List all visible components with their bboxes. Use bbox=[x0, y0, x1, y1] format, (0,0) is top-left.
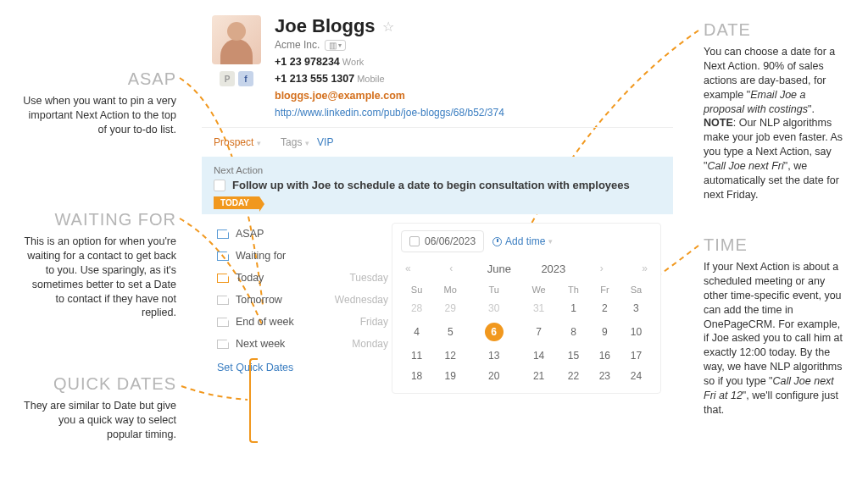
quick-date-day: Wednesday bbox=[335, 294, 388, 306]
next-action-text[interactable]: Follow up with Joe to schedule a date to… bbox=[232, 179, 630, 191]
quick-date-label: ASAP bbox=[236, 228, 264, 240]
cal-day[interactable]: 22 bbox=[558, 366, 589, 386]
cal-day[interactable]: 17 bbox=[620, 346, 652, 366]
cal-day[interactable]: 6 bbox=[468, 318, 520, 346]
next-action-checkbox[interactable] bbox=[214, 180, 225, 191]
flag-icon bbox=[217, 318, 229, 327]
date-anno-body: You can choose a date for a Next Action.… bbox=[704, 45, 846, 202]
tag-vip[interactable]: VIP bbox=[317, 136, 333, 148]
facebook-icon[interactable]: f bbox=[238, 71, 253, 86]
quick-anno-title: QUICK DATES bbox=[20, 374, 176, 394]
cal-day[interactable]: 7 bbox=[520, 318, 558, 346]
quick-date-label: Today bbox=[236, 272, 264, 284]
quick-date-asap[interactable]: ASAP bbox=[214, 223, 392, 245]
cal-day[interactable]: 19 bbox=[432, 366, 468, 386]
nav-prev-month[interactable]: ‹ bbox=[445, 261, 457, 276]
cal-day[interactable]: 13 bbox=[468, 346, 520, 366]
cal-day[interactable]: 31 bbox=[520, 298, 558, 318]
cal-day[interactable]: 3 bbox=[620, 298, 652, 318]
clock-icon bbox=[492, 237, 502, 246]
phone-work[interactable]: +1 23 978234 bbox=[275, 56, 340, 68]
cal-day[interactable]: 15 bbox=[558, 346, 589, 366]
cal-day[interactable]: 14 bbox=[520, 346, 558, 366]
flag-icon bbox=[217, 296, 229, 305]
quick-date-waiting-for[interactable]: Waiting for bbox=[214, 245, 392, 267]
cal-day[interactable]: 21 bbox=[520, 366, 558, 386]
cal-day[interactable]: 9 bbox=[589, 318, 620, 346]
phone-mobile-label: Mobile bbox=[357, 74, 384, 84]
cal-day[interactable]: 18 bbox=[401, 366, 432, 386]
contact-card: P f Joe Bloggs ☆ Acme Inc. ▥ ▾ +1 23 978… bbox=[202, 15, 673, 406]
star-icon[interactable]: ☆ bbox=[382, 19, 394, 35]
time-anno-title: TIME bbox=[704, 235, 846, 255]
flag-icon bbox=[217, 229, 229, 239]
cal-dow-row: SuMoTuWeThFrSa bbox=[401, 281, 652, 298]
cal-day[interactable]: 30 bbox=[468, 298, 520, 318]
waiting-anno-title: WAITING FOR bbox=[20, 210, 176, 229]
cal-month[interactable]: June bbox=[487, 263, 511, 275]
email-link[interactable]: bloggs.joe@example.com bbox=[275, 90, 673, 102]
next-action-heading: Next Action bbox=[214, 165, 661, 175]
linkedin-link[interactable]: http://www.linkedin.com/pub/joe-bloggs/6… bbox=[275, 107, 673, 119]
quick-date-next-week[interactable]: Next weekMonday bbox=[214, 333, 392, 355]
flag-icon bbox=[217, 340, 229, 349]
today-badge: TODAY bbox=[214, 196, 259, 209]
cal-day[interactable]: 29 bbox=[432, 298, 468, 318]
date-value: 06/06/2023 bbox=[425, 235, 476, 247]
org-picker[interactable]: ▥ ▾ bbox=[325, 40, 346, 51]
quick-dates-bracket bbox=[249, 358, 258, 443]
phone-work-label: Work bbox=[342, 57, 364, 67]
tags-label: Tags ▾ bbox=[281, 136, 309, 148]
cal-day[interactable]: 24 bbox=[620, 366, 652, 386]
flag-icon bbox=[217, 274, 229, 283]
cal-day[interactable]: 1 bbox=[558, 298, 589, 318]
cal-day[interactable]: 8 bbox=[558, 318, 589, 346]
quick-date-tomorrow[interactable]: TomorrowWednesday bbox=[214, 289, 392, 311]
asap-anno-body: Use when you want to pin a very importan… bbox=[20, 94, 176, 137]
set-quick-dates-link[interactable]: Set Quick Dates bbox=[214, 355, 392, 380]
quick-anno-body: They are similar to Date but give you a … bbox=[20, 399, 176, 442]
cal-day[interactable]: 10 bbox=[620, 318, 652, 346]
status-dropdown[interactable]: Prospect ▾ bbox=[214, 136, 261, 148]
nav-next-month[interactable]: › bbox=[596, 261, 608, 276]
company-name[interactable]: Acme Inc. bbox=[275, 39, 320, 51]
asap-anno-title: ASAP bbox=[20, 69, 176, 89]
flag-icon bbox=[217, 252, 229, 261]
contact-name: Joe Bloggs bbox=[275, 15, 376, 37]
cal-day[interactable]: 28 bbox=[401, 298, 432, 318]
cal-day[interactable]: 2 bbox=[589, 298, 620, 318]
quick-date-end-of-week[interactable]: End of weekFriday bbox=[214, 311, 392, 333]
quick-date-label: Waiting for bbox=[236, 250, 286, 262]
quick-date-day: Tuesday bbox=[349, 272, 388, 284]
cal-day[interactable]: 11 bbox=[401, 346, 432, 366]
cal-day[interactable]: 5 bbox=[432, 318, 468, 346]
quick-date-label: Next week bbox=[236, 338, 285, 350]
date-anno-title: DATE bbox=[704, 20, 846, 40]
phone-mobile[interactable]: +1 213 555 1307 bbox=[275, 73, 354, 85]
quick-date-today[interactable]: TodayTuesday bbox=[214, 267, 392, 289]
cal-year[interactable]: 2023 bbox=[541, 263, 565, 275]
quick-dates-list: ASAPWaiting forTodayTuesdayTomorrowWedne… bbox=[214, 223, 392, 394]
add-time-link[interactable]: Add time ▾ bbox=[492, 235, 553, 247]
calendar-icon bbox=[409, 236, 420, 246]
cal-day[interactable]: 16 bbox=[589, 346, 620, 366]
cal-day[interactable]: 20 bbox=[468, 366, 520, 386]
quick-date-day: Friday bbox=[360, 316, 388, 328]
cal-body: 2829303112345678910111213141516171819202… bbox=[401, 298, 652, 386]
calendar-grid: SuMoTuWeThFrSa 2829303112345678910111213… bbox=[401, 281, 652, 386]
cal-day[interactable]: 12 bbox=[432, 346, 468, 366]
cal-day[interactable]: 23 bbox=[589, 366, 620, 386]
waiting-anno-body: This is an option for when you're waitin… bbox=[20, 235, 176, 320]
cal-day[interactable]: 4 bbox=[401, 318, 432, 346]
quick-date-label: Tomorrow bbox=[236, 294, 282, 306]
quick-date-day: Monday bbox=[352, 338, 388, 350]
time-anno-body: If your Next Action is about a scheduled… bbox=[704, 260, 846, 417]
avatar[interactable] bbox=[212, 15, 261, 64]
nav-prev-year[interactable]: « bbox=[401, 261, 415, 276]
pinterest-icon[interactable]: P bbox=[220, 71, 235, 86]
nav-next-year[interactable]: » bbox=[637, 261, 652, 276]
quick-date-label: End of week bbox=[236, 316, 294, 328]
date-input[interactable]: 06/06/2023 bbox=[401, 230, 484, 252]
calendar-panel: 06/06/2023 Add time ▾ « ‹ June 2023 › » … bbox=[392, 223, 661, 394]
